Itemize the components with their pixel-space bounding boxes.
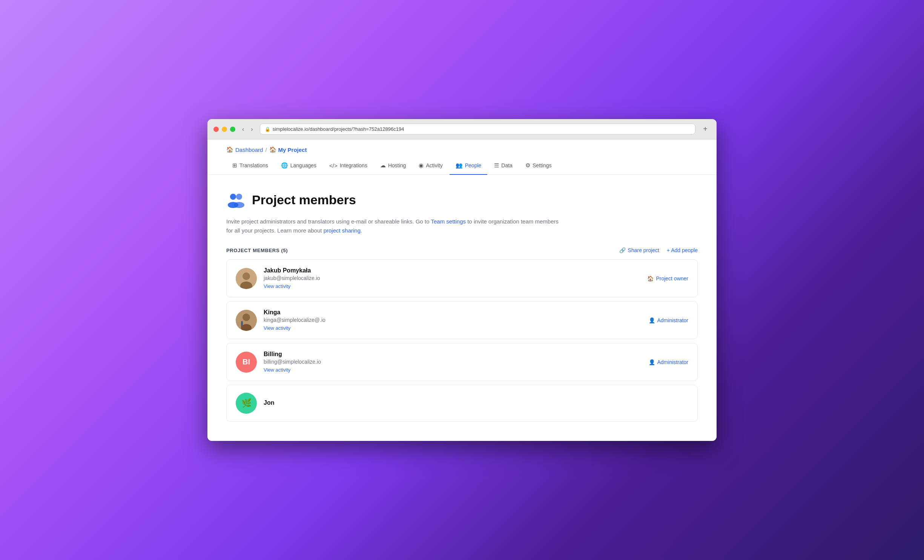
settings-icon: ⚙ xyxy=(525,162,530,169)
member-info-billing: Billing billing@simplelocalize.io View a… xyxy=(264,351,649,373)
integrations-icon: </> xyxy=(329,162,338,169)
breadcrumb-dashboard-link[interactable]: 🏠 Dashboard xyxy=(226,146,263,153)
member-role-jakub: 🏠 Project owner xyxy=(647,275,688,282)
svg-point-3 xyxy=(234,202,244,208)
tab-data-label: Data xyxy=(501,162,513,168)
languages-icon: 🌐 xyxy=(281,162,288,169)
tab-settings-label: Settings xyxy=(533,162,552,168)
avatar-billing: BI xyxy=(236,352,257,373)
tab-people[interactable]: 👥 People xyxy=(450,157,488,175)
page-title: Project members xyxy=(252,193,356,207)
member-email-kinga: kinga@simplelocalize@.io xyxy=(264,317,649,323)
tab-languages[interactable]: 🌐 Languages xyxy=(275,157,322,175)
members-actions: 🔗 Share project + Add people xyxy=(619,247,698,253)
member-view-activity-billing[interactable]: View activity xyxy=(264,367,290,373)
project-sharing-link[interactable]: project sharing xyxy=(324,227,361,234)
share-project-button[interactable]: 🔗 Share project xyxy=(619,247,659,253)
breadcrumb-dashboard-label: Dashboard xyxy=(235,147,263,153)
svg-point-1 xyxy=(236,194,242,200)
member-name-kinga: Kinga xyxy=(264,309,649,316)
tab-people-label: People xyxy=(465,162,482,168)
minimize-button[interactable] xyxy=(222,127,227,132)
translations-icon: ⊞ xyxy=(232,162,237,169)
member-role-billing: 👤 Administrator xyxy=(649,359,688,365)
activity-icon: ◉ xyxy=(419,162,424,169)
member-name-billing: Billing xyxy=(264,351,649,358)
add-people-label: + Add people xyxy=(667,247,698,253)
description-start: Invite project administrators and transl… xyxy=(226,218,431,225)
admin-icon-kinga: 👤 xyxy=(649,317,655,323)
member-role-label-billing: Administrator xyxy=(657,359,688,365)
maximize-button[interactable] xyxy=(230,127,235,132)
avatar-jon-emoji: 🌿 xyxy=(241,398,252,408)
nav-tabs: ⊞ Translations 🌐 Languages </> Integrati… xyxy=(207,157,717,175)
nav-buttons: ‹ › xyxy=(240,125,255,133)
tab-integrations[interactable]: </> Integrations xyxy=(323,157,373,175)
avatar-billing-initials: BI xyxy=(243,358,250,366)
breadcrumb-project-label: My Project xyxy=(278,147,307,153)
tab-translations-label: Translations xyxy=(239,162,268,168)
breadcrumb-separator: / xyxy=(265,147,267,153)
member-role-label-jakub: Project owner xyxy=(656,275,688,282)
link-icon: 🔗 xyxy=(619,247,626,253)
member-name-jakub: Jakub Pomykała xyxy=(264,267,647,274)
page-header: Project members xyxy=(226,190,698,210)
back-button[interactable]: ‹ xyxy=(240,125,246,133)
share-project-label: Share project xyxy=(628,247,659,253)
tab-integrations-label: Integrations xyxy=(340,162,367,168)
tab-hosting-label: Hosting xyxy=(388,162,406,168)
people-header-icon xyxy=(226,190,246,210)
browser-chrome: ‹ › 🔒 simplelocalize.io/dashboard/projec… xyxy=(207,119,717,139)
member-view-activity-jakub[interactable]: View activity xyxy=(264,283,290,289)
member-role-kinga: 👤 Administrator xyxy=(649,317,688,323)
tab-activity[interactable]: ◉ Activity xyxy=(413,157,448,175)
browser-content: 🏠 Dashboard / 🏠 My Project ⊞ Translation… xyxy=(207,139,717,441)
member-email-billing: billing@simplelocalize.io xyxy=(264,359,649,365)
data-icon: ☰ xyxy=(494,162,499,169)
new-tab-button[interactable]: + xyxy=(700,124,711,134)
tab-translations[interactable]: ⊞ Translations xyxy=(226,157,274,175)
svg-point-5 xyxy=(243,272,250,280)
tab-activity-label: Activity xyxy=(426,162,442,168)
members-header: PROJECT MEMBERS (5) 🔗 Share project + Ad… xyxy=(226,247,698,253)
close-button[interactable] xyxy=(213,127,219,132)
avatar-kinga xyxy=(236,310,257,331)
hosting-icon: ☁ xyxy=(380,162,386,169)
member-role-label-kinga: Administrator xyxy=(657,317,688,323)
member-info-jon: Jon xyxy=(264,399,688,407)
team-settings-link[interactable]: Team settings xyxy=(431,218,466,225)
lock-icon: 🔒 xyxy=(265,127,270,132)
member-card-jakub: Jakub Pomykała jakub@simplelocalize.io V… xyxy=(226,259,698,297)
avatar-jakub xyxy=(236,268,257,289)
member-card-jon: 🌿 Jon xyxy=(226,385,698,422)
member-card-kinga: Kinga kinga@simplelocalize@.io View acti… xyxy=(226,301,698,339)
forward-button[interactable]: › xyxy=(249,125,255,133)
breadcrumb-project[interactable]: 🏠 My Project xyxy=(269,146,307,153)
traffic-lights xyxy=(213,127,235,132)
tab-data[interactable]: ☰ Data xyxy=(488,157,519,175)
member-card-billing: BI Billing billing@simplelocalize.io Vie… xyxy=(226,343,698,381)
avatar-jon: 🌿 xyxy=(236,393,257,414)
svg-point-0 xyxy=(230,194,236,200)
address-bar[interactable]: 🔒 simplelocalize.io/dashboard/projects/?… xyxy=(260,124,696,135)
url-text: simplelocalize.io/dashboard/projects/?ha… xyxy=(273,126,691,132)
add-people-button[interactable]: + Add people xyxy=(667,247,698,253)
description-end: . xyxy=(361,227,362,234)
project-emoji: 🏠 xyxy=(269,146,276,153)
browser-window: ‹ › 🔒 simplelocalize.io/dashboard/projec… xyxy=(207,119,717,441)
tab-languages-label: Languages xyxy=(290,162,316,168)
members-title: PROJECT MEMBERS (5) xyxy=(226,248,288,253)
admin-icon-billing: 👤 xyxy=(649,359,655,365)
page-description: Invite project administrators and transl… xyxy=(226,217,566,235)
member-info-jakub: Jakub Pomykała jakub@simplelocalize.io V… xyxy=(264,267,647,289)
member-name-jon: Jon xyxy=(264,399,688,406)
tab-settings[interactable]: ⚙ Settings xyxy=(519,157,558,175)
member-view-activity-kinga[interactable]: View activity xyxy=(264,325,290,331)
member-info-kinga: Kinga kinga@simplelocalize@.io View acti… xyxy=(264,309,649,331)
member-email-jakub: jakub@simplelocalize.io xyxy=(264,275,647,281)
breadcrumb: 🏠 Dashboard / 🏠 My Project xyxy=(207,139,717,153)
svg-point-8 xyxy=(243,314,250,321)
project-owner-icon: 🏠 xyxy=(647,275,654,282)
home-icon: 🏠 xyxy=(226,146,233,153)
tab-hosting[interactable]: ☁ Hosting xyxy=(374,157,412,175)
